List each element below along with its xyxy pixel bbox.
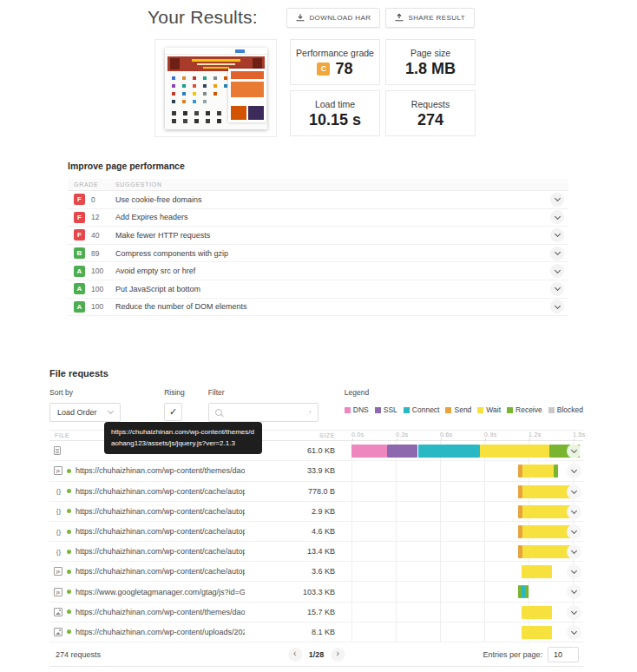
- expand-request-button[interactable]: [567, 464, 581, 478]
- suggestion-text: Compress components with gzip: [115, 249, 228, 258]
- expand-request-button[interactable]: [567, 625, 581, 640]
- metric-value: 78: [335, 61, 352, 76]
- request-size: 33.9 KB: [245, 466, 335, 475]
- bar-segment-receive: [525, 585, 529, 598]
- request-size: 15.7 KB: [245, 608, 335, 616]
- chevron-down-icon: [554, 303, 560, 309]
- performance-table-header: GRADE SUGGESTION: [68, 179, 568, 191]
- bar-segment-wait: [480, 445, 549, 458]
- request-url[interactable]: https://chuhaizhinan.com/wp-content/them…: [76, 466, 245, 475]
- sort-by-select[interactable]: Load Order: [49, 403, 121, 422]
- expand-row-button[interactable]: [550, 282, 564, 296]
- expand-row-button[interactable]: [550, 228, 564, 242]
- page-indicator: 1/28: [309, 650, 325, 659]
- grade-c-badge: C: [317, 63, 330, 76]
- status-dot: [67, 550, 71, 554]
- prev-page-button[interactable]: ‹: [288, 648, 302, 662]
- requests-controls: Sort by Load Order Rising ✓ Filter .* Le…: [49, 388, 583, 422]
- chevron-down-icon: [571, 548, 577, 554]
- time-axis: 0.0s 0.3s 0.6s 0.9s 1.2s 1.5s: [350, 431, 583, 440]
- rising-label: Rising: [164, 388, 185, 397]
- entries-per-page-input[interactable]: [548, 647, 579, 662]
- request-url[interactable]: https://chuhaizhinan.com/wp-content/cach…: [76, 567, 245, 576]
- request-size: 2.9 KB: [245, 507, 335, 516]
- grade-score: 40: [91, 231, 115, 240]
- waterfall-cell: [350, 542, 583, 561]
- bar-segment-wait: [522, 485, 573, 498]
- bar-segment-wait: [522, 464, 554, 478]
- rising-checkbox[interactable]: ✓: [164, 403, 182, 421]
- expand-row-button[interactable]: [550, 210, 564, 224]
- page-title: Your Results:: [148, 7, 258, 28]
- legend-swatch: [477, 407, 483, 413]
- expand-request-button[interactable]: [567, 484, 581, 499]
- request-url[interactable]: https://chuhaizhinan.com/wp-content/cach…: [76, 487, 245, 496]
- url-tooltip: https://chuhaizhinan.com/wp-content/them…: [104, 422, 262, 454]
- request-url[interactable]: https://www.googletagmanager.com/gtag/js…: [76, 588, 245, 596]
- filter-input[interactable]: [227, 408, 302, 417]
- request-size: 778.0 B: [245, 487, 335, 496]
- download-icon: [296, 13, 305, 22]
- expand-row-button[interactable]: [550, 264, 564, 278]
- expand-request-button[interactable]: [567, 544, 581, 559]
- expand-row-button[interactable]: [550, 193, 564, 207]
- metric-value: 10.15 s: [309, 112, 361, 128]
- expand-request-button[interactable]: [567, 605, 581, 620]
- legend-name: Connect: [412, 405, 440, 414]
- legend-item: Send: [445, 405, 471, 414]
- improve-performance-title: Improve page performance: [68, 161, 568, 171]
- bar-segment-connect: [418, 445, 480, 458]
- request-size: 3.6 KB: [245, 567, 335, 576]
- download-har-button[interactable]: DOWNLOAD HAR: [286, 8, 380, 28]
- share-result-button[interactable]: SHARE RESULT: [385, 8, 475, 28]
- bar-segment-receive: [554, 464, 558, 478]
- site-screenshot: [165, 48, 267, 129]
- grade-badge: A: [74, 283, 85, 294]
- waterfall-cell: [350, 603, 583, 622]
- request-url[interactable]: https://chuhaizhinan.com/wp-content/cach…: [76, 507, 245, 516]
- suggestion-text: Use cookie-free domains: [115, 195, 202, 204]
- request-row: https://chuhaizhinan.com/wp-content/cach…: [49, 482, 583, 502]
- expand-request-button[interactable]: [567, 524, 581, 539]
- file-type-icon: [54, 487, 62, 496]
- status-dot: [67, 489, 71, 493]
- suggestion-text: Make fewer HTTP requests: [115, 231, 210, 240]
- status-dot: [67, 629, 71, 634]
- performance-table: GRADE SUGGESTION F 0 Use cookie-free dom…: [68, 179, 568, 316]
- expand-row-button[interactable]: [550, 247, 564, 260]
- expand-request-button[interactable]: [567, 564, 581, 579]
- checkmark-icon: ✓: [169, 406, 177, 418]
- legend-item: SSL: [375, 405, 397, 414]
- performance-row: A 100 Avoid empty src or href: [68, 262, 568, 280]
- bar-segment-wait: [522, 545, 573, 558]
- request-url[interactable]: https://chuhaizhinan.com/wp-content/cach…: [76, 527, 245, 536]
- file-requests-section: File requests Sort by Load Order Rising …: [49, 368, 583, 667]
- suggestion-text: Add Expires headers: [115, 213, 188, 221]
- request-url[interactable]: https://chuhaizhinan.com/wp-content/uplo…: [76, 628, 245, 636]
- status-dot: [67, 570, 71, 574]
- request-url[interactable]: https://chuhaizhinan.com/wp-content/cach…: [76, 547, 245, 556]
- metric-value: 1.8 MB: [405, 61, 456, 76]
- grade-column-header: GRADE: [74, 181, 115, 188]
- request-url[interactable]: https://chuhaizhinan.com/wp-content/them…: [76, 608, 245, 616]
- bar-segment-wait: [522, 626, 553, 639]
- request-size: 4.6 KB: [245, 527, 335, 536]
- chevron-down-icon: [571, 447, 577, 453]
- metric-page-size: Page size 1.8 MB: [385, 39, 476, 85]
- axis-tick: 0.6s: [440, 432, 452, 438]
- thumb-icon-grid: [172, 76, 175, 80]
- next-page-button[interactable]: ›: [331, 648, 345, 662]
- bar-segment-dns: [351, 445, 387, 458]
- performance-row: A 100 Put JavaScript at bottom: [68, 280, 568, 299]
- expand-request-button[interactable]: [567, 504, 581, 519]
- chevron-down-icon: [571, 528, 577, 534]
- grade-score: 100: [91, 267, 115, 275]
- results-summary: Performance grade C 78 Page size 1.8 MB …: [154, 39, 637, 137]
- request-row: https://chuhaizhinan.com/wp-content/them…: [49, 603, 583, 623]
- chevron-down-icon: [571, 629, 577, 635]
- expand-row-button[interactable]: [550, 300, 564, 313]
- waterfall-cell: [350, 582, 583, 601]
- axis-tick: 0.9s: [484, 432, 496, 438]
- file-type-icon: [54, 567, 62, 576]
- expand-request-button[interactable]: [567, 584, 581, 599]
